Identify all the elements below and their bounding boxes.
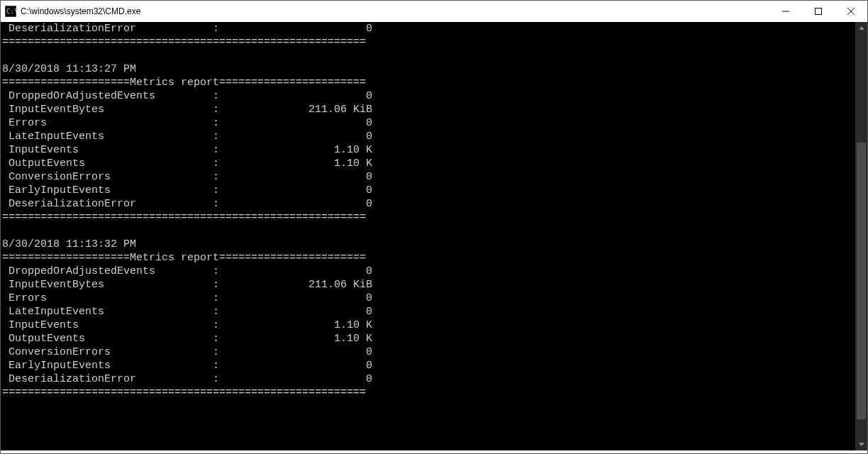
svg-marker-8 xyxy=(859,443,864,446)
svg-marker-7 xyxy=(859,26,864,30)
vertical-scrollbar[interactable] xyxy=(855,22,867,450)
window-title: C:\windows\system32\CMD.exe xyxy=(21,6,140,16)
scroll-thumb[interactable] xyxy=(857,143,866,419)
terminal-output[interactable]: DeserializationError : 0 ===============… xyxy=(1,22,855,450)
cmd-icon: C:\ xyxy=(5,6,16,17)
bottom-edge xyxy=(1,450,867,453)
titlebar[interactable]: C:\ C:\windows\system32\CMD.exe xyxy=(1,1,867,22)
scroll-down-arrow-icon[interactable] xyxy=(855,438,867,450)
scroll-up-arrow-icon[interactable] xyxy=(855,22,867,34)
svg-rect-4 xyxy=(816,9,822,15)
content-area: DeserializationError : 0 ===============… xyxy=(1,22,867,450)
close-button[interactable] xyxy=(835,1,867,22)
minimize-button[interactable] xyxy=(769,1,802,22)
maximize-button[interactable] xyxy=(802,1,835,22)
svg-text:C:\: C:\ xyxy=(6,8,16,15)
app-window: C:\ C:\windows\system32\CMD.exe Deserial… xyxy=(0,0,868,454)
